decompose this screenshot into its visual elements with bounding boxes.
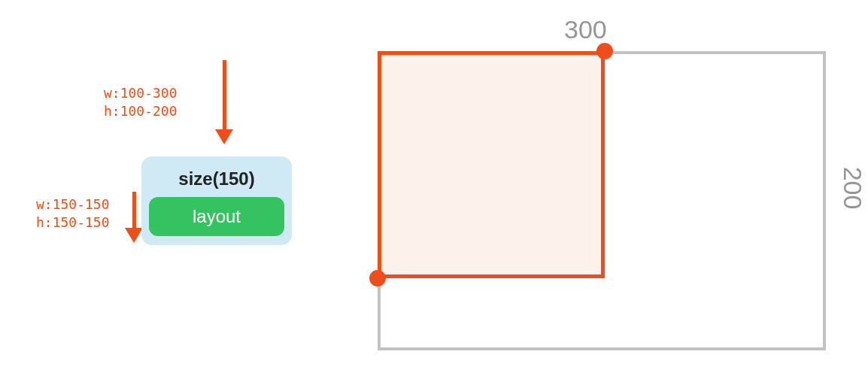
widget-node-title: size(150) [149, 164, 284, 197]
constraints-outgoing-label: w:150-150 h:150-150 [36, 196, 110, 232]
container-width-label: 300 [564, 15, 607, 44]
arrow-down-icon [125, 192, 143, 243]
resize-handle-icon [596, 43, 613, 59]
resize-handle-icon [369, 270, 386, 286]
arrow-down-icon [215, 60, 233, 144]
constraints-outgoing-w: w:150-150 [36, 196, 110, 214]
constraints-incoming-w: w:100-300 [104, 84, 178, 102]
child-box [378, 51, 605, 278]
layout-visualization: 300 200 [361, 15, 850, 368]
constraints-incoming-h: h:100-200 [104, 102, 178, 120]
constraints-outgoing-h: h:150-150 [36, 214, 110, 232]
widget-node: size(150) layout [141, 156, 292, 245]
container-height-label: 200 [838, 167, 867, 210]
widget-node-child: layout [149, 197, 284, 236]
constraints-incoming-label: w:100-300 h:100-200 [104, 84, 178, 121]
